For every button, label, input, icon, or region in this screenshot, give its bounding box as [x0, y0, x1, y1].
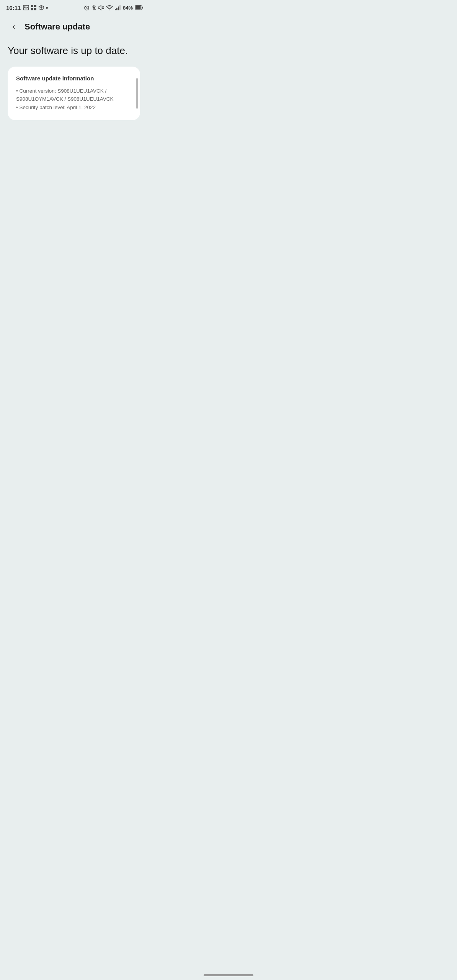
battery-percent: 84% [123, 5, 133, 11]
signal-icon [115, 5, 121, 10]
grid-icon [31, 5, 37, 11]
alarm-icon [84, 5, 90, 11]
page-title: Software update [24, 22, 90, 32]
battery-icon [135, 5, 143, 10]
status-icons-left [23, 5, 48, 11]
back-button[interactable]: ‹ [6, 19, 21, 34]
svg-rect-4 [31, 8, 33, 10]
wifi-icon [106, 5, 113, 10]
svg-rect-10 [118, 7, 119, 10]
info-card-title: Software update information [16, 75, 132, 82]
info-card: Software update information • Current ve… [8, 67, 140, 120]
notification-dot [46, 7, 48, 9]
status-bar: 16:11 [0, 0, 149, 14]
up-to-date-status: Your software is up to date. [8, 44, 142, 57]
svg-rect-5 [34, 8, 36, 10]
package-icon [38, 5, 44, 11]
svg-rect-11 [119, 5, 121, 10]
bluetooth-icon [91, 5, 96, 11]
svg-point-7 [109, 10, 110, 10]
current-version: • Current version: S908U1UEU1AVCK / S908… [16, 87, 132, 103]
image-icon [23, 5, 29, 10]
svg-rect-13 [142, 7, 143, 9]
svg-rect-14 [135, 6, 141, 10]
svg-rect-3 [34, 5, 36, 7]
svg-rect-2 [31, 5, 33, 7]
security-patch: • Security patch level: April 1, 2022 [16, 103, 132, 112]
svg-rect-8 [115, 9, 116, 10]
status-right: 84% [84, 5, 143, 11]
main-content: Your software is up to date. Software up… [0, 38, 149, 126]
nav-header: ‹ Software update [0, 14, 149, 38]
back-arrow-icon: ‹ [12, 22, 15, 32]
status-left: 16:11 [6, 5, 48, 11]
mute-icon [98, 5, 104, 11]
status-time: 16:11 [6, 5, 21, 11]
svg-rect-9 [116, 8, 118, 10]
scroll-indicator [136, 78, 138, 109]
